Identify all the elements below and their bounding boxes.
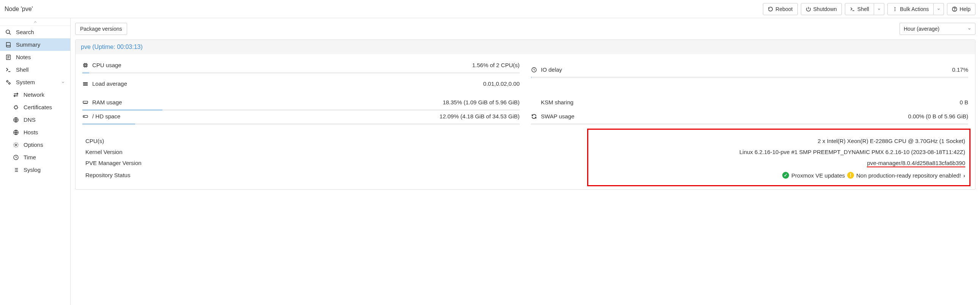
svg-rect-17 xyxy=(83,82,88,83)
stat-label: RAM usage xyxy=(92,99,122,105)
repo-status-value: ✓ Proxmox VE updates ! Non production-re… xyxy=(782,172,965,179)
sidebar-item-hosts[interactable]: Hosts xyxy=(0,126,70,138)
clock-icon xyxy=(13,154,20,160)
node-title: Node 'pve' xyxy=(5,6,33,13)
stat-value: 0.01,0.02,0.00 xyxy=(483,80,520,87)
svg-point-8 xyxy=(9,82,10,84)
sidebar-item-label: Summary xyxy=(16,41,40,48)
sidebar-item-label: Search xyxy=(16,29,34,35)
list-icon xyxy=(13,167,20,173)
sidebar-item-label: Shell xyxy=(16,67,29,73)
shell-dropdown-arrow[interactable] xyxy=(874,3,885,15)
sidebar-item-shell[interactable]: Shell xyxy=(0,64,70,76)
svg-point-5 xyxy=(6,30,10,33)
info-label: PVE Manager Version xyxy=(85,160,142,167)
sidebar-item-system[interactable]: System xyxy=(0,76,70,88)
sidebar-item-label: Notes xyxy=(16,54,31,60)
sidebar-item-label: Syslog xyxy=(24,167,41,173)
svg-rect-19 xyxy=(83,84,88,85)
stat-value: 0.17% xyxy=(952,67,968,73)
chevron-right-icon: › xyxy=(963,172,965,179)
header-actions: Reboot Shutdown Shell B xyxy=(763,3,975,15)
stat-value: 18.35% (1.09 GiB of 5.96 GiB) xyxy=(442,99,520,105)
sidebar-item-time[interactable]: Time xyxy=(0,151,70,164)
hdd-icon xyxy=(82,113,89,119)
help-label: Help xyxy=(959,6,970,12)
reboot-button[interactable]: Reboot xyxy=(763,3,797,15)
bulk-dropdown-arrow[interactable] xyxy=(934,3,944,15)
sidebar-item-label: Options xyxy=(24,141,43,148)
stat-label: KSM sharing xyxy=(541,99,573,105)
sidebar-item-syslog[interactable]: Syslog xyxy=(0,164,70,176)
repo-updates-text: Proxmox VE updates xyxy=(791,172,845,179)
summary-panel: pve (Uptime: 00:03:13) CPU usage 1. xyxy=(75,40,975,190)
progress-bar xyxy=(82,123,520,125)
power-icon xyxy=(806,6,811,12)
timerange-value: Hour (average) xyxy=(904,26,939,32)
timerange-select[interactable]: Hour (average) xyxy=(899,23,975,35)
terminal-icon xyxy=(850,6,855,12)
stat-ksm-sharing: KSM sharing 0 B xyxy=(531,97,968,111)
shell-label: Shell xyxy=(858,6,869,12)
stat-hd-space: / HD space 12.09% (4.18 GiB of 34.53 GiB… xyxy=(82,111,520,125)
sidebar-item-summary[interactable]: Summary xyxy=(0,38,70,51)
gears-icon xyxy=(5,79,12,85)
bulk-actions-main[interactable]: Bulk Actions xyxy=(888,3,934,15)
reboot-label: Reboot xyxy=(775,6,792,12)
stat-ram-usage: RAM usage 18.35% (1.09 GiB of 5.96 GiB) xyxy=(82,97,520,111)
sidebar-item-network[interactable]: Network xyxy=(0,88,70,101)
svg-point-0 xyxy=(895,7,896,8)
terminal-icon xyxy=(5,67,12,73)
sidebar-item-dns[interactable]: DNS xyxy=(0,113,70,126)
info-repo-status[interactable]: Repository Status ✓ Proxmox VE updates !… xyxy=(85,170,965,181)
stat-label: SWAP usage xyxy=(541,113,574,119)
stat-load-average: Load average 0.01,0.02,0.00 xyxy=(82,78,520,89)
info-value: pve-manager/8.0.4/d258a813cfa6b390 xyxy=(867,160,965,167)
sidebar-collapse[interactable] xyxy=(0,18,70,26)
svg-rect-20 xyxy=(83,101,88,103)
memory-icon xyxy=(82,99,89,105)
shell-split-button[interactable]: Shell xyxy=(845,3,885,15)
notes-icon xyxy=(5,54,12,60)
stat-value: 12.09% (4.18 GiB of 34.53 GiB) xyxy=(439,113,520,119)
reboot-icon xyxy=(768,6,773,12)
book-icon xyxy=(5,42,12,48)
sidebar-item-label: Network xyxy=(24,91,45,98)
body: Search Summary Notes Shell System xyxy=(0,18,980,305)
svg-rect-15 xyxy=(84,65,86,66)
sidebar-item-notes[interactable]: Notes xyxy=(0,51,70,64)
main-content: Package versions Hour (average) pve (Upt… xyxy=(71,18,980,305)
bulk-label: Bulk Actions xyxy=(900,6,929,12)
info-label: Kernel Version xyxy=(85,149,123,155)
package-versions-button[interactable]: Package versions xyxy=(75,23,127,35)
clock-icon xyxy=(531,67,538,73)
certificate-icon xyxy=(13,104,20,110)
bulk-actions-split-button[interactable]: Bulk Actions xyxy=(888,3,944,15)
stat-value: 0.00% (0 B of 5.96 GiB) xyxy=(908,113,968,119)
shell-button-main[interactable]: Shell xyxy=(845,3,874,15)
bars-icon xyxy=(82,81,89,87)
sidebar-item-certificates[interactable]: Certificates xyxy=(0,101,70,113)
svg-point-12 xyxy=(15,144,17,146)
repo-warning-text: Non production-ready repository enabled! xyxy=(856,172,961,179)
progress-bar xyxy=(82,72,520,74)
info-value: Linux 6.2.16-10-pve #1 SMP PREEMPT_DYNAM… xyxy=(739,149,965,155)
menu-dots-icon xyxy=(892,6,898,12)
help-button[interactable]: Help xyxy=(947,3,975,15)
svg-point-7 xyxy=(6,80,8,82)
info-pve-manager: PVE Manager Version pve-manager/8.0.4/d2… xyxy=(85,157,965,170)
shutdown-button[interactable]: Shutdown xyxy=(801,3,842,15)
sidebar-item-label: Time xyxy=(24,154,36,160)
stat-value: 1.56% of 2 CPU(s) xyxy=(472,62,520,68)
shutdown-label: Shutdown xyxy=(813,6,837,12)
sidebar-item-search[interactable]: Search xyxy=(0,26,70,38)
stat-label: Load average xyxy=(92,80,127,87)
gear-icon xyxy=(13,142,20,148)
svg-point-22 xyxy=(84,116,84,116)
sidebar-item-options[interactable]: Options xyxy=(0,138,70,151)
content-toolbar: Package versions Hour (average) xyxy=(75,23,975,35)
progress-bar xyxy=(82,109,520,111)
sidebar-item-label: Hosts xyxy=(24,129,38,135)
svg-point-4 xyxy=(955,10,955,10)
package-versions-label: Package versions xyxy=(80,26,122,32)
